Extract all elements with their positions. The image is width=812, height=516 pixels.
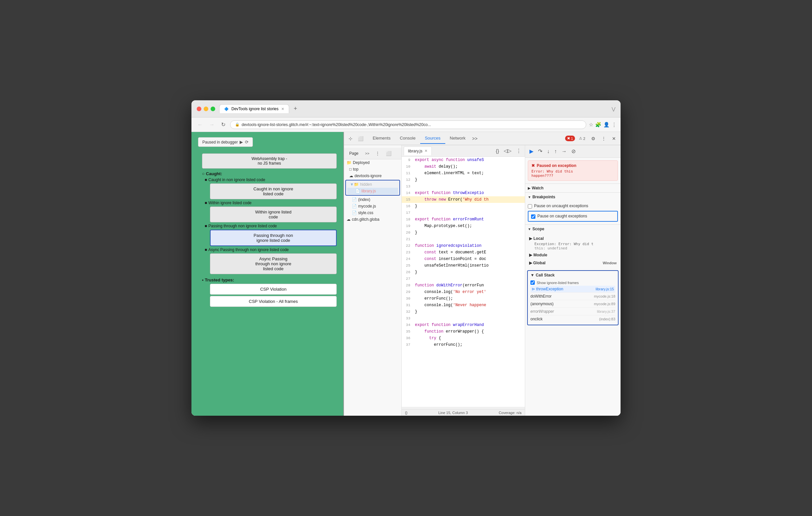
call-stack-loc: mycode.js:89 [594, 302, 615, 306]
call-stack-header[interactable]: ▼ Call Stack [530, 273, 615, 277]
global-scope-header[interactable]: ▶ Global Window [528, 259, 618, 267]
source-tab-close[interactable]: ✕ [425, 149, 428, 153]
toggle-sidebar-btn[interactable]: ⬜ [384, 149, 394, 157]
call-stack-loc: mycode.js:18 [594, 294, 615, 298]
page-nav-label[interactable]: Page [347, 150, 361, 157]
settings-icon[interactable]: ⋮ [612, 122, 617, 128]
step-out-btn[interactable]: ↑ [553, 148, 558, 155]
code-line: 9 export async function unsafeS [402, 157, 525, 163]
back-button[interactable]: ← [195, 120, 205, 129]
devtools-toolbar: ⊹ ⬜ Elements Console Sources Network [344, 132, 620, 145]
async-passing-btn[interactable]: Async Passingthrough non ignorelisted co… [210, 253, 337, 274]
close-button[interactable] [197, 107, 201, 111]
code-line: 11 element.innerHTML = text; [402, 170, 525, 177]
module-scope-header[interactable]: ▶ Module [528, 251, 618, 259]
triangle-icon: ▶ [529, 253, 532, 257]
inspect-element-btn[interactable]: ⊹ [347, 134, 354, 143]
browser-tab[interactable]: 🔷 DevTools ignore list stories ✕ [219, 104, 289, 113]
bookmark-icon[interactable]: ☆ [589, 122, 593, 128]
horizontal-scrollbar[interactable] [402, 407, 525, 409]
passing-through-btn[interactable]: Passing through nonignore listed code [210, 230, 337, 246]
file-tree-style-css[interactable]: 📄 style.css [344, 210, 401, 216]
step-over-btn[interactable]: ↷ [536, 147, 544, 155]
local-scope-header[interactable]: ▶ Local Exception: Error: Why did t this… [528, 235, 618, 251]
coverage-indicator: Coverage: n/a [499, 411, 522, 415]
file-tree-cdn-glitch[interactable]: ☁ cdn.glitch.globa [344, 216, 401, 223]
async-passing-item: ■Async Passing through non ignore listed… [205, 247, 337, 252]
call-stack-item-anonymous[interactable]: (anonymous) mycode.js:89 [530, 300, 615, 307]
file-tree-library-js[interactable]: 📄 library.js [347, 188, 398, 194]
source-tab-library-js[interactable]: library.js ✕ [404, 147, 432, 155]
nav-actions: ☆ 🧩 👤 ⋮ [589, 122, 617, 128]
status-bar: {} Line 15, Column 3 Coverage: n/a [402, 409, 525, 416]
more-pages-btn[interactable]: >> [363, 150, 371, 157]
url-bar[interactable]: 🔒 devtools-ignore-list-stories.glitch.me… [230, 120, 586, 129]
resume-execution-btn[interactable]: ▶ [528, 147, 535, 155]
show-ignore-checkbox[interactable] [530, 280, 535, 285]
file-tree-top[interactable]: □ top [344, 166, 401, 173]
breakpoints-section-title[interactable]: ▼ Breakpoints [525, 192, 620, 201]
tab-sources[interactable]: Sources [420, 133, 445, 144]
page-content: Paused in debugger ▶ ⟳ WebAssembly trap … [192, 132, 343, 416]
scope-section-title[interactable]: ▼ Scope [525, 224, 620, 233]
more-sources-btn[interactable]: ⋮ [515, 147, 523, 155]
file-tree-devtools-ignore[interactable]: ☁ devtools-ignore [344, 173, 401, 179]
tab-console[interactable]: Console [395, 133, 420, 144]
file-tree-options-btn[interactable]: ⋮ [373, 149, 382, 157]
close-devtools-btn[interactable]: ✕ [610, 134, 618, 143]
exception-title: ✖ Paused on exception [531, 163, 614, 168]
code-line-highlighted: 15 throw new Error('Why did th [402, 196, 525, 203]
caught-header: ○ Caught: [202, 171, 337, 176]
call-stack-item-throw-exception[interactable]: ⊳ throwException library.js:15 [530, 286, 615, 292]
code-line: 21 [402, 236, 525, 242]
tab-close-icon[interactable]: ✕ [281, 107, 284, 111]
csp-violation-btn[interactable]: CSP Violation [210, 284, 337, 295]
call-stack-item-do-with-error[interactable]: doWithError mycode.js:18 [530, 292, 615, 300]
format-btn[interactable]: {} [494, 147, 501, 155]
call-stack-item-error-wrapper[interactable]: errorWrapper library.js:37 [530, 307, 615, 315]
caught-non-ignore-btn[interactable]: Caught in non ignorelisted code [210, 183, 337, 199]
more-options-icon[interactable]: ⋮ [600, 134, 608, 143]
new-tab-button[interactable]: + [292, 104, 299, 113]
position-indicator: Line 15, Column 3 [438, 411, 468, 415]
maximize-button[interactable] [211, 107, 215, 111]
call-stack-fn-name: onclick [530, 317, 543, 321]
deactivate-breakpoints-btn[interactable]: ⊘ [570, 147, 577, 155]
code-area: 9 export async function unsafeS 10 await… [402, 157, 525, 407]
minimize-button[interactable] [204, 107, 208, 111]
settings-gear-icon[interactable]: ⚙ [589, 134, 598, 143]
watch-section-title[interactable]: ▶ Watch [525, 183, 620, 192]
warning-count-badge: ⚠ 2 [577, 135, 587, 141]
forward-button[interactable]: → [207, 120, 216, 129]
step-btn[interactable]: → [560, 148, 569, 155]
call-stack-item-onclick[interactable]: onclick (index):83 [530, 315, 615, 323]
file-tree-index[interactable]: 📄 (index) [344, 196, 401, 203]
triangle-icon: ▶ [529, 261, 532, 265]
code-line: 25 unsafeSetInnerHtml(insertio [402, 262, 525, 269]
profile-icon[interactable]: 👤 [603, 122, 610, 128]
file-tree-mycode-js[interactable]: 📄 mycode.js [344, 203, 401, 210]
step-icon[interactable]: ⟳ [245, 140, 249, 145]
resume-icon[interactable]: ▶ [240, 140, 243, 145]
triangle-icon: ▼ [530, 273, 534, 277]
within-ignore-btn[interactable]: Within ignore listedcode [210, 207, 337, 222]
call-stack-loc: library.js:37 [597, 309, 615, 313]
more-tabs-btn[interactable]: >> [470, 134, 479, 143]
triangle-icon: ▶ [529, 236, 532, 241]
device-toolbar-btn[interactable]: ⬜ [356, 134, 366, 143]
pause-uncaught-checkbox[interactable] [528, 204, 532, 209]
csp-violation-all-btn[interactable]: CSP Violation - All frames [210, 296, 337, 307]
devtools-panel: ⊹ ⬜ Elements Console Sources Network [343, 132, 620, 416]
file-tree-hidden-folder[interactable]: ▼📁 hidden [347, 181, 398, 188]
code-line: 30 errorFunc(); [402, 295, 525, 302]
tab-network[interactable]: Network [445, 133, 470, 144]
pause-caught-checkbox[interactable] [531, 214, 535, 219]
step-into-btn[interactable]: ↓ [545, 148, 551, 155]
tab-elements[interactable]: Elements [368, 133, 395, 144]
webassembly-btn[interactable]: WebAssembly trap -no JS frames [202, 153, 337, 169]
extensions-icon[interactable]: 🧩 [595, 122, 601, 128]
toggle-sources-btn[interactable]: ◁▷ [502, 147, 513, 155]
reload-button[interactable]: ↻ [219, 120, 227, 129]
file-tree-deployed[interactable]: 📁 Deployed [344, 159, 401, 166]
code-line: 37 errorFunc(); [402, 341, 525, 348]
